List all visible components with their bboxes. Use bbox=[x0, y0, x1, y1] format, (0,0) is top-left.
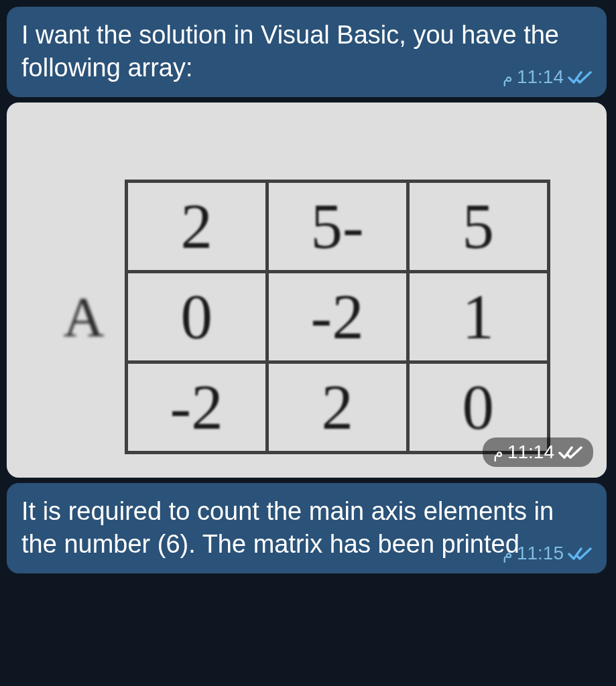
meridiem-label: م bbox=[493, 443, 503, 462]
matrix-label: A bbox=[63, 284, 104, 350]
message-meta: م 11:14 bbox=[503, 66, 592, 88]
matrix-cell: 5 bbox=[408, 181, 548, 271]
matrix-cell: 2 bbox=[267, 362, 408, 452]
table-row: 2 5- 5 bbox=[126, 181, 548, 271]
chat-message[interactable]: I want the solution in Visual Basic, you… bbox=[7, 7, 607, 97]
image-message-meta: م 11:14 bbox=[483, 437, 593, 467]
table-row: 0 -2 1 bbox=[126, 271, 548, 362]
read-status-icon bbox=[568, 68, 592, 86]
read-status-icon bbox=[558, 443, 582, 462]
meridiem-label: م bbox=[503, 544, 513, 563]
message-time: 11:14 bbox=[517, 66, 564, 88]
matrix-image-content: A 2 5- 5 0 -2 1 -2 2 0 bbox=[7, 102, 607, 478]
matrix-cell: 0 bbox=[126, 271, 267, 362]
matrix-cell: 2 bbox=[126, 181, 267, 271]
matrix-cell: -2 bbox=[126, 362, 267, 452]
chat-image-message[interactable]: A 2 5- 5 0 -2 1 -2 2 0 م bbox=[7, 102, 607, 478]
read-status-icon bbox=[568, 544, 592, 563]
message-text: It is required to count the main axis el… bbox=[21, 497, 554, 558]
chat-message[interactable]: It is required to count the main axis el… bbox=[7, 483, 607, 573]
matrix-cell: -2 bbox=[267, 271, 408, 362]
matrix-cell: 1 bbox=[408, 271, 548, 362]
message-time: 11:14 bbox=[507, 441, 554, 463]
message-time: 11:15 bbox=[517, 543, 564, 564]
matrix-table: 2 5- 5 0 -2 1 -2 2 0 bbox=[125, 180, 550, 454]
message-text: I want the solution in Visual Basic, you… bbox=[21, 21, 559, 82]
matrix-cell: 5- bbox=[267, 181, 408, 271]
table-row: -2 2 0 bbox=[126, 362, 548, 452]
message-meta: م 11:15 bbox=[503, 543, 592, 564]
meridiem-label: م bbox=[503, 68, 513, 86]
